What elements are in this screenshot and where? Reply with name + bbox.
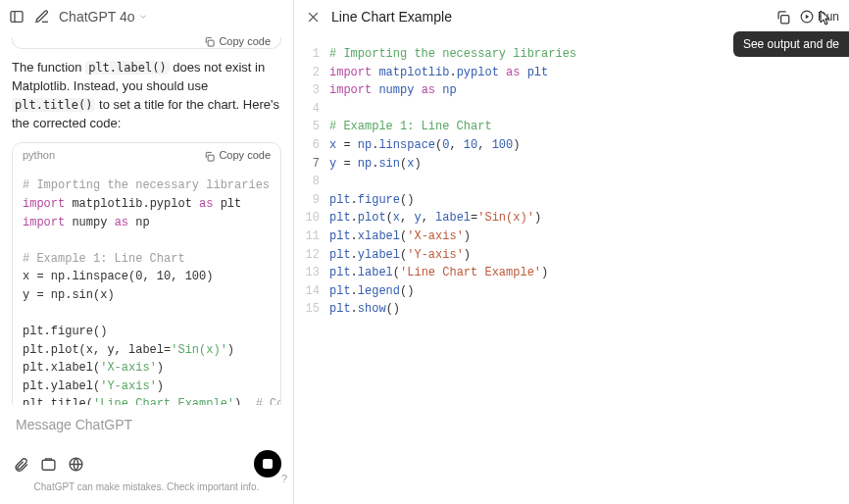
stop-generating-button[interactable] — [254, 450, 281, 478]
copy-code-button[interactable]: Copy code — [204, 37, 271, 46]
copy-code-button[interactable]: Copy code — [204, 148, 271, 164]
sidebar-toggle-icon[interactable] — [8, 8, 25, 25]
copy-icon — [775, 10, 790, 25]
run-tooltip: See output and de — [733, 31, 849, 57]
run-button[interactable]: Run — [800, 10, 839, 24]
canvas-header: Line Chart Example Run — [294, 0, 849, 33]
svg-marker-10 — [806, 15, 810, 20]
close-canvas-button[interactable] — [304, 8, 322, 25]
help-button[interactable]: ? — [281, 473, 287, 484]
svg-rect-0 — [11, 12, 23, 23]
svg-rect-4 — [42, 460, 55, 470]
svg-rect-8 — [781, 15, 789, 23]
new-chat-icon[interactable] — [33, 8, 51, 25]
code-card: python Copy code # Importing the necessa… — [12, 142, 281, 405]
copy-icon — [204, 151, 215, 162]
line-gutter: 1 2 3 4 5 6 7 8 9 10 11 12 13 14 15 — [294, 45, 329, 319]
copy-canvas-button[interactable] — [775, 10, 790, 25]
play-icon — [800, 10, 814, 24]
copy-code-label: Copy code — [219, 37, 271, 49]
model-name-label: ChatGPT 4o — [59, 9, 135, 25]
attach-icon[interactable] — [12, 455, 29, 473]
assistant-paragraph-1: The function plt.label() does not exist … — [12, 59, 281, 132]
code-content[interactable]: # Importing the necessary libraries impo… — [329, 45, 576, 319]
code-language-label: python — [23, 148, 55, 164]
composer: Message ChatGPT — [0, 405, 293, 504]
disclaimer-text: ChatGPT can make mistakes. Check importa… — [12, 478, 281, 498]
tools-icon[interactable] — [39, 455, 57, 473]
canvas-panel: Line Chart Example Run See output and de… — [294, 0, 849, 504]
prev-code-card-bottom: Copy code — [12, 37, 281, 49]
stop-icon — [263, 459, 273, 469]
chat-panel: ChatGPT 4o Copy code The function plt.la… — [0, 0, 294, 504]
svg-rect-3 — [209, 155, 215, 161]
chat-header: ChatGPT 4o — [0, 0, 293, 33]
run-button-label: Run — [818, 10, 839, 24]
chevron-down-icon — [138, 12, 148, 22]
code-body: # Importing the necessary libraries impo… — [13, 169, 280, 405]
copy-code-label: Copy code — [219, 148, 271, 164]
composer-input[interactable]: Message ChatGPT — [12, 415, 281, 446]
svg-rect-2 — [209, 40, 215, 46]
code-card-header: python Copy code — [13, 143, 280, 169]
chat-scroll[interactable]: Copy code The function plt.label() does … — [0, 33, 293, 405]
code-editor[interactable]: 1 2 3 4 5 6 7 8 9 10 11 12 13 14 15 # Im… — [294, 33, 849, 319]
model-selector[interactable]: ChatGPT 4o — [59, 9, 148, 25]
web-icon[interactable] — [67, 455, 84, 473]
copy-icon — [204, 37, 215, 47]
canvas-title: Line Chart Example — [331, 9, 452, 25]
